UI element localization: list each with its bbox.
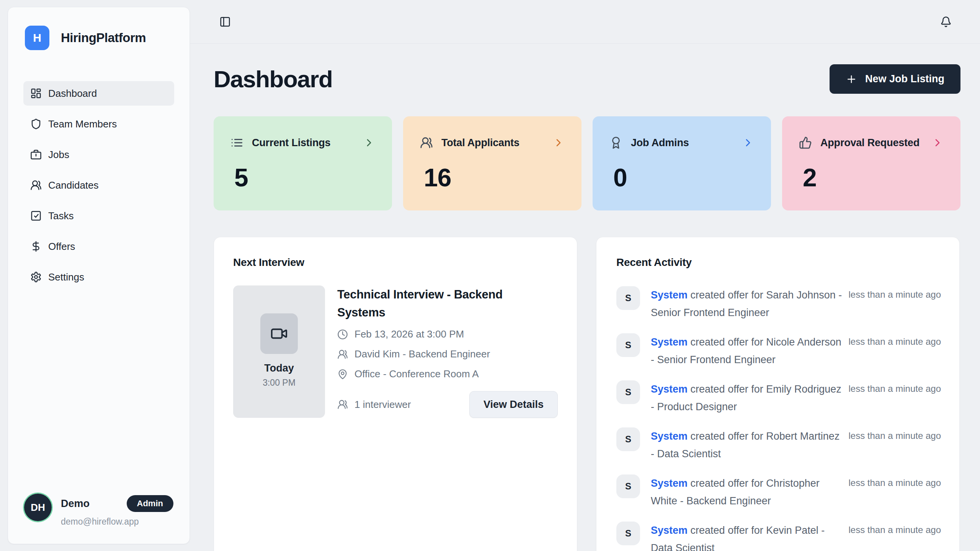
app-name: HiringPlatform (61, 31, 146, 45)
content: Dashboard New Job Listing Current Listin… (190, 64, 980, 551)
activity-item[interactable]: S System created offer for Sarah Johnson… (616, 286, 941, 321)
activity-avatar: S (616, 427, 640, 451)
user-info: Demo Admin demo@hireflow.app (61, 494, 173, 527)
stats-row: Current Listings 5 Total Applicants (214, 116, 960, 210)
stat-card-total-applicants[interactable]: Total Applicants 16 (403, 116, 581, 210)
activity-text: System created offer for Kevin Patel - D… (651, 522, 844, 551)
activity-item[interactable]: S System created offer for Kevin Patel -… (616, 522, 941, 551)
sidebar-item-label: Candidates (48, 179, 99, 191)
activity-actor: System (651, 383, 688, 395)
page-title: Dashboard (214, 65, 332, 93)
chevron-right-icon (552, 137, 565, 149)
role-badge: Admin (127, 495, 173, 512)
interview-candidate-row: David Kim - Backend Engineer (337, 348, 558, 360)
sidebar: H HiringPlatform Dashboard Team Members (8, 7, 190, 544)
award-icon (609, 136, 622, 149)
user-name: Demo (61, 498, 90, 510)
users-icon (30, 179, 42, 191)
sidebar-item-offers[interactable]: Offers (23, 234, 174, 259)
chevron-right-icon (931, 137, 944, 149)
activity-text: System created offer for Sarah Johnson -… (651, 286, 844, 321)
stat-card-job-admins[interactable]: Job Admins 0 (593, 116, 771, 210)
interview-location-row: Office - Conference Room A (337, 368, 558, 380)
layout-dashboard-icon (30, 88, 42, 99)
sidebar-item-tasks[interactable]: Tasks (23, 204, 174, 228)
sidebar-item-label: Dashboard (48, 88, 97, 99)
stat-value: 2 (803, 163, 944, 192)
interview-datetime: Feb 13, 2026 at 3:00 PM (354, 328, 464, 340)
sidebar-item-label: Offers (48, 241, 75, 253)
sidebar-item-label: Tasks (48, 210, 74, 222)
list-icon (230, 136, 243, 149)
activity-timestamp: less than a minute ago (849, 427, 941, 441)
users-icon (337, 399, 348, 410)
activity-timestamp: less than a minute ago (849, 286, 941, 300)
interview-thumbnail: Today 3:00 PM (233, 285, 325, 418)
sidebar-toggle-button[interactable] (219, 16, 231, 28)
new-job-listing-button[interactable]: New Job Listing (830, 64, 960, 94)
sidebar-item-team-members[interactable]: Team Members (23, 112, 174, 136)
stat-label: Job Admins (631, 137, 689, 149)
activity-text: System created offer for Emily Rodriguez… (651, 380, 844, 416)
avatar: DH (24, 494, 52, 521)
activity-actor: System (651, 289, 688, 301)
stat-label: Current Listings (252, 137, 330, 149)
notifications-button[interactable] (940, 16, 952, 28)
interview-location: Office - Conference Room A (354, 368, 479, 380)
stat-label: Approval Requested (820, 137, 920, 149)
bell-icon (940, 16, 952, 28)
activity-text: System created offer for Nicole Anderson… (651, 333, 844, 368)
activity-avatar: S (616, 333, 640, 357)
interview-time: 3:00 PM (263, 378, 296, 388)
activity-timestamp: less than a minute ago (849, 333, 941, 347)
view-details-button[interactable]: View Details (469, 391, 558, 418)
stat-value: 5 (234, 163, 375, 192)
activity-actor: System (651, 478, 688, 489)
activity-item[interactable]: S System created offer for Emily Rodrigu… (616, 380, 941, 416)
activity-timestamp: less than a minute ago (849, 474, 941, 488)
video-tile (260, 313, 298, 354)
interviewer-count: 1 interviewer (354, 399, 411, 411)
sidebar-nav: Dashboard Team Members Jobs Candidates (8, 81, 189, 289)
sidebar-item-label: Jobs (48, 149, 69, 161)
brand: H HiringPlatform (8, 7, 189, 50)
stat-label: Total Applicants (441, 137, 519, 149)
square-check-icon (30, 210, 42, 222)
stat-value: 16 (424, 163, 565, 192)
briefcase-icon (30, 149, 42, 160)
interview-datetime-row: Feb 13, 2026 at 3:00 PM (337, 328, 558, 340)
interview-title: Technical Interview - Backend Systems (337, 285, 521, 321)
chevron-right-icon (363, 137, 375, 149)
dollar-icon (30, 241, 42, 252)
activity-item[interactable]: S System created offer for Nicole Anders… (616, 333, 941, 368)
activity-avatar: S (616, 286, 640, 310)
stat-card-current-listings[interactable]: Current Listings 5 (214, 116, 392, 210)
chevron-right-icon (742, 137, 754, 149)
shield-icon (30, 118, 42, 130)
users-icon (420, 136, 433, 149)
sidebar-item-settings[interactable]: Settings (23, 265, 174, 289)
activity-text: System created offer for Robert Martinez… (651, 427, 844, 463)
panel-left-icon (219, 16, 231, 28)
activity-item[interactable]: S System created offer for Robert Martin… (616, 427, 941, 463)
activity-text: System created offer for Christopher Whi… (651, 474, 844, 510)
sidebar-user[interactable]: DH Demo Admin demo@hireflow.app (8, 494, 189, 544)
activity-list: S System created offer for Sarah Johnson… (616, 286, 941, 551)
interview-day: Today (264, 362, 294, 374)
activity-actor: System (651, 525, 688, 536)
sidebar-item-jobs[interactable]: Jobs (23, 142, 174, 167)
sidebar-item-candidates[interactable]: Candidates (23, 173, 174, 197)
main-area: Dashboard New Job Listing Current Listin… (190, 0, 980, 551)
users-icon (337, 349, 348, 360)
recent-activity-card: Recent Activity S System created offer f… (596, 237, 960, 551)
activity-actor: System (651, 430, 688, 442)
clock-icon (337, 329, 348, 340)
recent-activity-heading: Recent Activity (616, 256, 941, 269)
stat-card-approval-requested[interactable]: Approval Requested 2 (782, 116, 960, 210)
interview-candidate: David Kim - Backend Engineer (354, 348, 490, 360)
app-logo: H (25, 26, 49, 50)
sidebar-item-dashboard[interactable]: Dashboard (23, 81, 174, 106)
stat-value: 0 (613, 163, 754, 192)
activity-item[interactable]: S System created offer for Christopher W… (616, 474, 941, 510)
map-pin-icon (337, 369, 348, 380)
